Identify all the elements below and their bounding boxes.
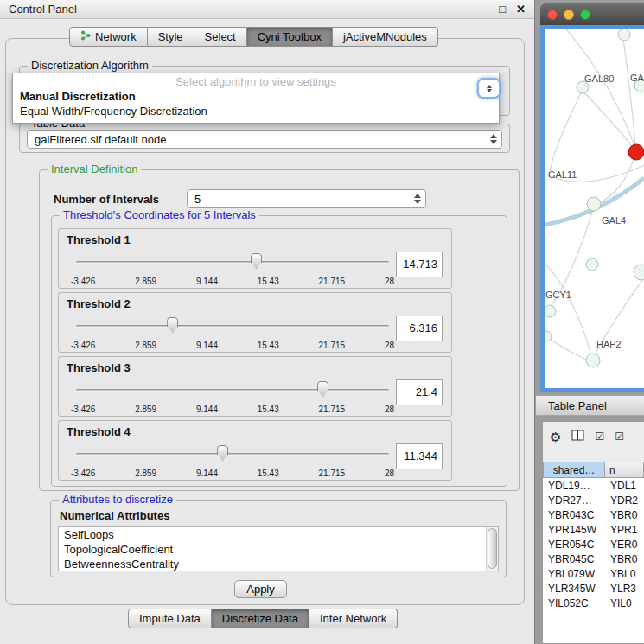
- control-panel-window: Control Panel □ ✕ Network Style Select C…: [0, 0, 535, 644]
- slider-tick-label: 9.144: [196, 469, 218, 478]
- cell: YLR3: [605, 583, 644, 595]
- threshold-3-slider[interactable]: [76, 378, 389, 404]
- threshold-2-slider[interactable]: [76, 314, 389, 340]
- algorithm-combo-spinner[interactable]: [477, 78, 501, 99]
- list-item[interactable]: TopologicalCoefficient: [59, 542, 498, 557]
- slider-thumb[interactable]: [167, 317, 178, 333]
- tab-style[interactable]: Style: [148, 27, 194, 47]
- threshold-label: Threshold 3: [67, 361, 131, 374]
- table-row[interactable]: YBR043C YBR0: [543, 507, 644, 522]
- node-selected-red[interactable]: [628, 144, 644, 160]
- threshold-1-slider[interactable]: [76, 250, 389, 276]
- node-gcy1[interactable]: [545, 305, 556, 317]
- table-row[interactable]: YLR345W YLR3: [543, 581, 644, 596]
- list-item[interactable]: BetweennessCentrality: [59, 557, 498, 571]
- threshold-4-slider[interactable]: [76, 442, 389, 468]
- columns-icon[interactable]: [571, 430, 584, 443]
- slider-thumb[interactable]: [317, 381, 328, 397]
- slider-track: [76, 453, 389, 456]
- table-row[interactable]: YDR27… YDR2: [543, 493, 644, 507]
- scrollbar-thumb[interactable]: [488, 528, 497, 569]
- node[interactable]: [545, 331, 552, 341]
- close-traffic-light[interactable]: [547, 10, 558, 20]
- tab-label: Style: [158, 30, 183, 43]
- node[interactable]: [618, 29, 630, 41]
- threshold-row: -3.4262.8599.14415.4321.71528 11.344: [66, 442, 444, 480]
- cell: YBR043C: [543, 509, 605, 521]
- cell: YLR345W: [543, 583, 605, 595]
- network-canvas[interactable]: GAL80 GA GAL11 GAL4 GCY1 HAP2: [545, 29, 644, 388]
- tab-label: Select: [205, 30, 236, 43]
- node-label-gal80: GAL80: [584, 73, 614, 84]
- threshold-4-value-field[interactable]: 11.344: [396, 443, 443, 469]
- dropdown-placeholder: Select algorithm to view settings: [13, 73, 499, 89]
- tab-label: Infer Network: [320, 612, 386, 625]
- select-all-icon[interactable]: ☑: [595, 431, 604, 442]
- slider-tick-label: 15.43: [258, 469, 279, 478]
- slider-tick-label: 15.43: [258, 341, 279, 350]
- tab-network[interactable]: Network: [69, 27, 148, 47]
- list-scrollbar[interactable]: [486, 527, 498, 571]
- list-item[interactable]: SelfLoops: [59, 527, 498, 542]
- network-icon: [80, 30, 91, 43]
- apply-button[interactable]: Apply: [234, 580, 287, 598]
- node[interactable]: [634, 265, 644, 280]
- slider-scale: -3.4262.8599.14415.4321.71528: [71, 341, 394, 350]
- slider-thumb[interactable]: [217, 445, 228, 461]
- minimize-traffic-light[interactable]: [564, 10, 574, 20]
- threshold-4-panel: Threshold 4 -3.4262.8599.14415.4321.7152…: [58, 420, 452, 481]
- threshold-3-value-field[interactable]: 21.4: [396, 379, 443, 405]
- threshold-3-panel: Threshold 3 -3.4262.8599.14415.4321.7152…: [58, 356, 452, 417]
- tab-infer-network[interactable]: Infer Network: [309, 609, 398, 628]
- table-row[interactable]: YIL052C YIL0: [543, 596, 644, 610]
- select-none-icon[interactable]: ☑: [615, 431, 624, 442]
- tab-cyni-toolbox[interactable]: Cyni Toolbox: [247, 27, 333, 47]
- network-window-titlebar: [540, 3, 644, 25]
- table-row[interactable]: YBR045C YBR0: [543, 552, 644, 566]
- table-row[interactable]: YBL079W YBL0: [543, 566, 644, 581]
- threshold-1-value-field[interactable]: 14.713: [396, 252, 443, 277]
- node-label-gcy1: GCY1: [545, 290, 571, 300]
- number-of-intervals-combobox[interactable]: 5: [187, 189, 426, 208]
- tab-discretize-data[interactable]: Discretize Data: [212, 609, 309, 628]
- control-panel-tabs: Network Style Select Cyni Toolbox jActiv…: [69, 27, 438, 47]
- table-row[interactable]: YDL19… YDL1: [543, 478, 644, 493]
- spinner-up-icon: [487, 85, 492, 88]
- dropdown-option-manual-discretization[interactable]: Manual Discretization: [13, 89, 499, 104]
- cell: YPR1: [605, 524, 644, 536]
- slider-tick-label: 9.144: [196, 277, 218, 286]
- tab-select[interactable]: Select: [194, 27, 247, 47]
- threshold-2-value-field[interactable]: 6.316: [396, 316, 443, 341]
- column-header-name[interactable]: n: [605, 462, 644, 478]
- zoom-traffic-light[interactable]: [580, 10, 590, 20]
- combo-spinner-icon: [411, 194, 421, 204]
- dropdown-option-equal-width[interactable]: Equal Width/Frequency Discretization: [13, 104, 499, 123]
- float-window-button[interactable]: □: [499, 3, 506, 16]
- column-header-shared-name[interactable]: shared…: [543, 462, 605, 478]
- table-body: YDL19… YDL1 YDR27… YDR2 YBR043C YBR0 YPR…: [543, 478, 644, 643]
- tab-impute-data[interactable]: Impute Data: [128, 609, 212, 628]
- table-row[interactable]: YER054C YER0: [543, 537, 644, 552]
- node[interactable]: [586, 258, 598, 271]
- numerical-attributes-list[interactable]: SelfLoops TopologicalCoefficient Between…: [58, 526, 499, 571]
- gear-icon[interactable]: ⚙: [550, 430, 561, 443]
- tab-jactivemnodules[interactable]: jActiveMNodules: [333, 27, 438, 47]
- network-view-window: GAL80 GA GAL11 GAL4 GCY1 HAP2: [540, 3, 644, 392]
- node-hap2[interactable]: [586, 354, 600, 367]
- cell: YBR045C: [543, 553, 605, 565]
- desktop: Control Panel □ ✕ Network Style Select C…: [0, 0, 644, 644]
- window-title: Control Panel: [9, 3, 488, 16]
- number-of-intervals-value: 5: [194, 193, 411, 206]
- table-data-combobox[interactable]: galFiltered.sif default node: [27, 130, 502, 149]
- slider-thumb[interactable]: [251, 253, 262, 269]
- cell: YDR2: [605, 494, 644, 507]
- threshold-label: Threshold 1: [67, 233, 131, 246]
- slider-scale: -3.4262.8599.14415.4321.71528: [71, 277, 394, 286]
- slider-tick-label: 28: [385, 469, 394, 478]
- node-gal4[interactable]: [587, 197, 601, 211]
- slider-tick-label: 21.715: [319, 405, 346, 414]
- cell: YDL1: [605, 480, 644, 492]
- close-window-button[interactable]: ✕: [516, 3, 526, 16]
- table-row[interactable]: YPR145W YPR1: [543, 522, 644, 537]
- table-header-row: shared… n: [543, 462, 644, 478]
